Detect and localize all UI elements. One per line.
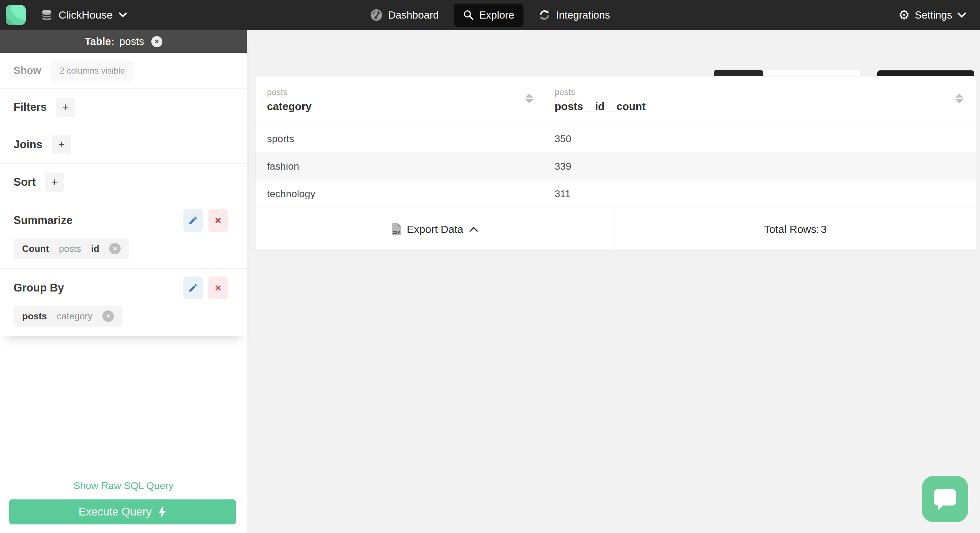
main-nav: Dashboard Explore	[370, 0, 610, 30]
settings-menu[interactable]: ⚙ Settings	[898, 9, 980, 21]
cell-category: technology	[256, 188, 555, 200]
edit-group-by-button[interactable]	[183, 276, 203, 299]
sort-toggle-icon[interactable]	[525, 94, 533, 103]
export-data-button[interactable]: CSV Export Data	[256, 208, 615, 251]
group-by-label: Group By	[14, 281, 64, 294]
nav-item-label: Integrations	[556, 9, 610, 21]
results-table-header: posts category posts posts__id__count	[256, 77, 976, 125]
add-join-button[interactable]: +	[52, 135, 71, 154]
query-builder-panel: Table: posts × Show 2 columns visible Fi…	[0, 30, 247, 533]
plus-icon: +	[62, 101, 69, 113]
nav-item-label: Dashboard	[388, 9, 439, 21]
datasource-selector[interactable]: ClickHouse	[41, 9, 127, 21]
svg-text:CSV: CSV	[393, 231, 400, 235]
plus-icon: +	[51, 176, 58, 188]
chat-launcher-button[interactable]	[922, 476, 968, 522]
chevron-up-icon	[469, 227, 478, 232]
chip-table: posts	[59, 243, 81, 254]
chat-bubble-icon	[933, 488, 957, 511]
plus-icon: +	[58, 139, 65, 151]
datasource-name: ClickHouse	[59, 9, 113, 21]
dashboard-gauge-icon	[370, 9, 383, 21]
search-icon	[463, 10, 474, 20]
cell-count: 311	[555, 188, 976, 200]
chip-field: category	[57, 311, 92, 322]
results-table-footer: CSV Export Data Total Rows: 3	[256, 208, 976, 251]
table-row: sports 350	[256, 125, 976, 153]
total-rows-label: Total Rows:	[764, 223, 819, 235]
remove-chip-button[interactable]: ×	[109, 243, 121, 254]
cell-category: sports	[256, 133, 555, 145]
table-header-bar: Table: posts ×	[0, 30, 247, 53]
gear-icon: ⚙	[898, 9, 910, 21]
delete-x-icon: ×	[215, 214, 221, 227]
show-raw-sql-link[interactable]: Show Raw SQL Query	[0, 480, 247, 492]
results-area: Generate Insights	[247, 30, 980, 533]
pencil-icon	[188, 215, 198, 225]
remove-table-button[interactable]: ×	[151, 36, 162, 47]
column-header-count[interactable]: posts posts__id__count	[555, 77, 976, 125]
chip-aggregate: Count	[22, 243, 49, 254]
table-row: technology 311	[256, 180, 976, 208]
nav-item-explore[interactable]: Explore	[454, 3, 523, 27]
column-name: category	[267, 101, 555, 113]
group-by-chip[interactable]: posts category ×	[14, 306, 123, 327]
table-name: posts	[119, 36, 144, 48]
delete-x-icon: ×	[215, 282, 221, 294]
column-table-name: posts	[555, 87, 976, 97]
sort-section: Sort +	[0, 164, 247, 201]
nav-item-label: Explore	[479, 9, 514, 21]
sync-icon	[539, 9, 550, 21]
total-rows: Total Rows: 3	[615, 208, 976, 251]
pencil-icon	[188, 283, 198, 293]
remove-summarize-button[interactable]: ×	[208, 209, 228, 232]
execute-query-button[interactable]: Execute Query	[9, 499, 236, 524]
close-icon: ×	[107, 312, 110, 320]
query-builder-card: Table: posts × Show 2 columns visible Fi…	[0, 30, 247, 336]
column-table-name: posts	[267, 87, 555, 97]
chip-table: posts	[22, 311, 47, 322]
sort-toggle-icon[interactable]	[955, 94, 963, 103]
results-table-card: posts category posts posts__id__count sp…	[255, 76, 976, 251]
sort-label: Sort	[14, 176, 36, 188]
app-logo	[6, 5, 26, 25]
csv-file-icon: CSV	[392, 223, 401, 235]
summarize-section: Summarize ×	[0, 201, 247, 269]
database-icon	[41, 9, 53, 21]
lightning-icon	[158, 506, 167, 518]
joins-label: Joins	[14, 138, 43, 151]
edit-summarize-button[interactable]	[183, 209, 203, 232]
brand: ClickHouse	[0, 5, 127, 25]
cell-category: fashion	[256, 161, 555, 172]
column-name: posts__id__count	[555, 101, 976, 113]
table-label: Table:	[84, 36, 114, 48]
chevron-down-icon	[957, 13, 966, 18]
chevron-down-icon	[118, 13, 127, 18]
close-icon: ×	[113, 245, 117, 252]
add-filter-button[interactable]: +	[56, 97, 75, 117]
group-by-section: Group By ×	[0, 269, 247, 336]
columns-visible-chip[interactable]: 2 columns visible	[50, 61, 134, 81]
filters-section: Filters +	[0, 89, 247, 126]
top-nav: ClickHouse	[0, 0, 980, 30]
total-rows-value: 3	[821, 223, 827, 235]
execute-query-label: Execute Query	[78, 506, 152, 519]
remove-chip-button[interactable]: ×	[102, 310, 114, 322]
add-sort-button[interactable]: +	[45, 172, 64, 192]
close-icon: ×	[154, 38, 159, 46]
app-window: ClickHouse	[0, 0, 980, 533]
cell-count: 350	[555, 133, 976, 145]
column-header-category[interactable]: posts category	[256, 77, 555, 125]
cell-count: 339	[555, 161, 976, 172]
nav-item-integrations[interactable]: Integrations	[539, 9, 610, 21]
filters-label: Filters	[14, 101, 47, 113]
export-data-label: Export Data	[407, 223, 463, 235]
chip-field: id	[91, 243, 99, 254]
show-section: Show 2 columns visible	[0, 53, 247, 89]
nav-item-dashboard[interactable]: Dashboard	[370, 9, 439, 21]
show-label: Show	[14, 65, 41, 77]
summarize-chip[interactable]: Count posts id ×	[14, 238, 129, 259]
table-row: fashion 339	[256, 153, 976, 180]
settings-label: Settings	[915, 9, 952, 21]
remove-group-by-button[interactable]: ×	[208, 276, 228, 299]
